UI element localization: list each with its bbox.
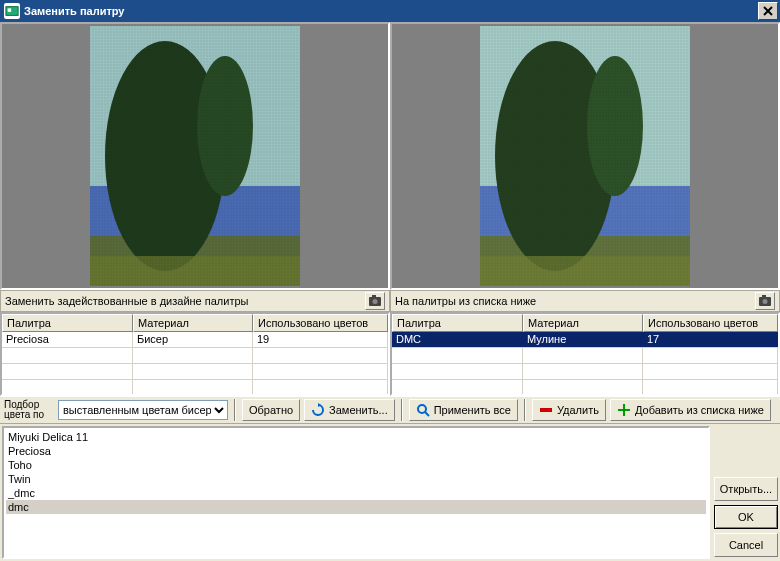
svg-point-24 (763, 299, 768, 304)
close-button[interactable] (758, 2, 778, 20)
separator (234, 399, 236, 421)
table-row[interactable] (2, 364, 388, 380)
table-cell (253, 348, 388, 363)
left-preview-image (90, 26, 300, 286)
camera-icon (758, 295, 772, 307)
table-cell (2, 348, 133, 363)
table-cell (643, 348, 778, 363)
table-cell: Мулине (523, 332, 643, 347)
table-cell: 19 (253, 332, 388, 347)
svg-point-21 (373, 299, 378, 304)
table-cell: Бисер (133, 332, 253, 347)
svg-rect-1 (8, 8, 12, 12)
preview-row (0, 22, 780, 290)
table-cell: Preciosa (2, 332, 133, 347)
palette-listbox[interactable]: Miyuki Delica 11PreciosaTohoTwin_dmcdmc (2, 426, 710, 559)
left-th-colors[interactable]: Использовано цветов (253, 314, 388, 332)
table-cell (523, 364, 643, 379)
right-th-palette[interactable]: Палитра (392, 314, 523, 332)
table-cell (133, 348, 253, 363)
table-cell (133, 380, 253, 394)
table-cell (2, 364, 133, 379)
table-row[interactable] (392, 348, 778, 364)
right-preview-pane (390, 22, 780, 290)
table-cell (392, 364, 523, 379)
table-cell (2, 380, 133, 394)
table-row[interactable]: PreciosaБисер19 (2, 332, 388, 348)
pick-color-combo[interactable]: выставленным цветам бисера (58, 400, 228, 420)
replace-button[interactable]: Заменить... (304, 399, 395, 421)
left-section-header: Заменить задействованные в дизайне палит… (0, 290, 390, 312)
list-item[interactable]: dmc (6, 500, 706, 514)
app-icon (4, 3, 20, 19)
svg-rect-25 (762, 295, 766, 298)
right-section-header: На палитры из списка ниже (390, 290, 780, 312)
separator (524, 399, 526, 421)
left-camera-button[interactable] (365, 292, 385, 310)
svg-rect-29 (540, 408, 552, 412)
left-section-label: Заменить задействованные в дизайне палит… (5, 295, 363, 307)
right-preview-image (480, 26, 690, 286)
back-button[interactable]: Обратно (242, 399, 300, 421)
open-button[interactable]: Открыть... (714, 477, 778, 501)
table-cell (253, 364, 388, 379)
svg-rect-22 (372, 295, 376, 298)
list-item[interactable]: Twin (6, 472, 706, 486)
svg-rect-31 (618, 409, 630, 411)
refresh-icon (311, 403, 325, 417)
right-section-label: На палитры из списка ниже (395, 295, 753, 307)
titlebar: Заменить палитру (0, 0, 780, 22)
left-th-material[interactable]: Материал (133, 314, 253, 332)
table-row[interactable] (2, 348, 388, 364)
table-cell: 17 (643, 332, 778, 347)
ok-button[interactable]: OK (714, 505, 778, 529)
table-cell (392, 380, 523, 394)
right-th-colors[interactable]: Использовано цветов (643, 314, 778, 332)
apply-all-button[interactable]: Применить все (409, 399, 518, 421)
left-th-palette[interactable]: Палитра (2, 314, 133, 332)
table-row[interactable] (392, 364, 778, 380)
table-row[interactable] (392, 380, 778, 394)
separator (401, 399, 403, 421)
svg-line-28 (425, 412, 429, 416)
table-cell (643, 364, 778, 379)
right-th-material[interactable]: Материал (523, 314, 643, 332)
magnify-icon (416, 403, 430, 417)
right-camera-button[interactable] (755, 292, 775, 310)
table-cell (392, 348, 523, 363)
svg-rect-18 (480, 26, 690, 286)
list-item[interactable]: Toho (6, 458, 706, 472)
right-table: Палитра Материал Использовано цветов DMC… (390, 312, 780, 396)
close-icon (763, 6, 773, 16)
svg-rect-10 (90, 26, 300, 286)
cancel-button[interactable]: Cancel (714, 533, 778, 557)
toolbar: Подбор цвета по выставленным цветам бисе… (0, 396, 780, 424)
svg-point-27 (418, 405, 426, 413)
list-item[interactable]: Preciosa (6, 444, 706, 458)
table-cell (643, 380, 778, 394)
list-item[interactable]: _dmc (6, 486, 706, 500)
delete-icon (539, 403, 553, 417)
table-cell (253, 380, 388, 394)
list-item[interactable]: Miyuki Delica 11 (6, 430, 706, 444)
delete-button[interactable]: Удалить (532, 399, 606, 421)
add-button[interactable]: Добавить из списка ниже (610, 399, 771, 421)
left-preview-pane (0, 22, 390, 290)
table-cell (133, 364, 253, 379)
camera-icon (368, 295, 382, 307)
table-row[interactable] (2, 380, 388, 394)
left-table: Палитра Материал Использовано цветов Pre… (0, 312, 390, 396)
add-icon (617, 403, 631, 417)
window-title: Заменить палитру (24, 5, 758, 17)
table-cell (523, 380, 643, 394)
table-cell (523, 348, 643, 363)
pick-color-label: Подбор цвета по (4, 400, 54, 420)
table-cell: DMC (392, 332, 523, 347)
table-row[interactable]: DMCМулине17 (392, 332, 778, 348)
